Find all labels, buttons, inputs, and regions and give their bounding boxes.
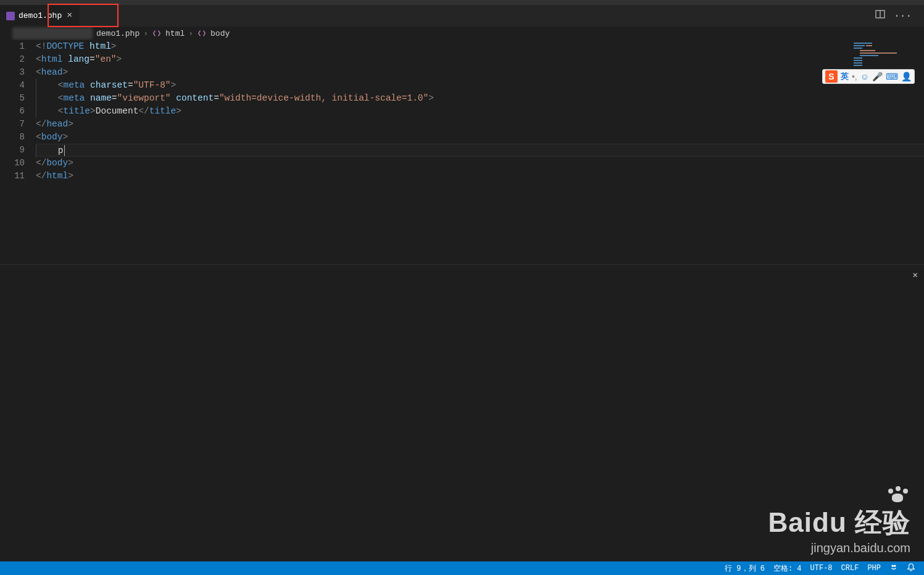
bottom-panel: ✕ [0,264,924,523]
keyboard-icon[interactable]: ⌨ [886,72,898,81]
status-indentation[interactable]: 空格: 4 [773,563,802,574]
close-icon[interactable]: × [65,10,73,21]
titlebar [0,0,924,5]
code-line: <head> [36,66,924,79]
status-language[interactable]: PHP [867,564,881,573]
breadcrumbs[interactable]: demo1.php › html › body [0,27,924,40]
breadcrumb-file[interactable]: demo1.php [96,29,139,38]
blurred-path [12,27,93,39]
minimap[interactable] [854,43,915,67]
status-cursor-position[interactable]: 行 9，列 6 [725,563,765,574]
split-editor-icon[interactable] [875,9,885,22]
code-line: <meta charset="UTF-8"> [36,79,924,92]
more-actions-icon[interactable]: ··· [894,10,912,22]
editor[interactable]: 1 2 3 4 5 6 7 8 9 10 11 <!DOCTYPE html> … [0,40,924,264]
ime-language[interactable]: 英 [841,71,849,82]
chevron-right-icon: › [143,29,148,38]
code-line: </body> [36,157,924,170]
code-line: <html lang="en"> [36,53,924,66]
status-encoding[interactable]: UTF-8 [810,564,833,573]
code-line: <body> [36,131,924,144]
chevron-right-icon: › [188,29,193,38]
line-numbers: 1 2 3 4 5 6 7 8 9 10 11 [0,40,36,264]
vscode-logo-icon [401,331,524,457]
brackets-icon [197,28,207,38]
breadcrumb-body[interactable]: body [210,29,230,38]
close-icon[interactable]: ✕ [913,270,918,280]
ime-toolbar[interactable]: S 英 •, ☺ 🎤 ⌨ 👤 [822,69,915,84]
svg-point-3 [894,565,896,568]
code-line: <!DOCTYPE html> [36,40,924,53]
cursor [64,145,65,156]
emoji-icon[interactable]: ☺ [860,72,869,81]
brackets-icon [152,28,162,38]
code-line: </html> [36,170,924,183]
code-line: <meta name="viewport" content="width=dev… [36,92,924,105]
code-line: </head> [36,118,924,131]
code-line: <title>Document</title> [36,105,924,118]
php-file-icon [6,12,15,20]
breadcrumb-html[interactable]: html [165,29,185,38]
feedback-icon[interactable] [889,563,898,574]
statusbar: 行 9，列 6 空格: 4 UTF-8 CRLF PHP [0,561,924,575]
tabs-row: demo1.php × ··· [0,5,924,27]
tab-label: demo1.php [19,11,62,20]
mic-icon[interactable]: 🎤 [872,72,883,81]
code-line-current: p [36,144,924,157]
status-eol[interactable]: CRLF [841,564,859,573]
user-icon[interactable]: 👤 [901,72,912,81]
code-area[interactable]: <!DOCTYPE html> <html lang="en"> <head> … [36,40,924,264]
punctuation-icon[interactable]: •, [852,72,857,81]
watermark-url: jingyan.baidu.com [768,541,910,555]
svg-point-2 [892,565,894,568]
bell-icon[interactable] [907,563,915,574]
sogou-icon[interactable]: S [825,70,838,83]
tab-demo1[interactable]: demo1.php × [0,5,80,27]
